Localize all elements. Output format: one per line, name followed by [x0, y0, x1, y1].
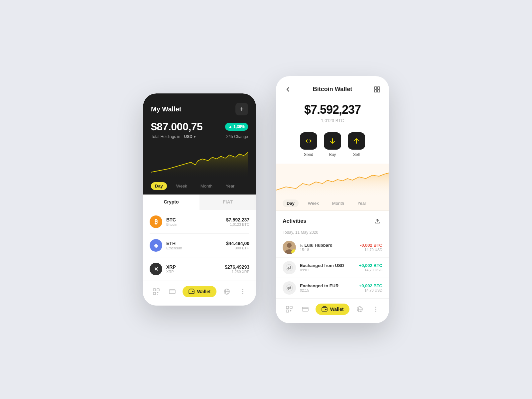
btc-usd: $7.592,237 [226, 217, 249, 222]
exchange-icon-2 [283, 281, 296, 295]
svg-rect-26 [290, 306, 292, 309]
send-button[interactable] [300, 132, 317, 150]
left-header: My Wallet + [151, 103, 248, 115]
left-wallet-label: Wallet [197, 289, 211, 294]
more-icon[interactable] [237, 286, 249, 298]
chart-tab-week[interactable]: Week [172, 182, 191, 190]
btc-row[interactable]: ₿ BTC Bitcoin $7.592,237 1,0123 BTC [150, 210, 249, 234]
back-button[interactable] [283, 84, 293, 95]
right-more-icon[interactable] [370, 303, 382, 315]
xrp-icon: ✕ [150, 263, 162, 275]
right-tab-day[interactable]: Day [283, 200, 299, 207]
activity-row-3[interactable]: Exchanged to EUR 02:15 +0,002 BTC 14,70 … [276, 278, 389, 298]
right-header: Bitcoin Wallet [276, 76, 389, 100]
svg-rect-1 [157, 289, 159, 291]
svg-rect-5 [157, 294, 158, 295]
scan-icon[interactable] [150, 286, 162, 298]
btc-main-amount: $7.592,237 [283, 103, 382, 117]
xrp-usd: $276,49293 [225, 264, 249, 270]
btc-info: BTC Bitcoin [166, 217, 222, 226]
right-wallet-label: Wallet [330, 307, 344, 312]
right-tab-week[interactable]: Week [304, 200, 323, 207]
chart-tab-month[interactable]: Month [197, 182, 216, 190]
xrp-amount: 1.230 XRP [225, 270, 249, 274]
buy-label: Buy [329, 152, 336, 157]
activity-name-1: to Lulu Hubbard [300, 243, 356, 248]
svg-point-24 [286, 285, 293, 291]
svg-rect-4 [159, 292, 159, 293]
activities-header: Activities [276, 211, 389, 229]
asset-tabs: Crypto FIAT [143, 195, 256, 210]
right-cards-icon[interactable] [299, 303, 311, 315]
right-wallet-tab[interactable]: Wallet [316, 304, 350, 315]
activity-usd-3: 14,70 USD [359, 288, 382, 292]
activity-time-2: 09:01 [300, 268, 355, 272]
buy-button[interactable] [324, 132, 341, 150]
svg-rect-27 [286, 310, 289, 312]
svg-rect-25 [286, 306, 289, 309]
chart-tab-day[interactable]: Day [151, 182, 167, 190]
activity-info-1: to Lulu Hubbard 15:18 [300, 243, 356, 252]
eth-name: Ethereum [166, 246, 222, 250]
globe-icon[interactable] [221, 286, 233, 298]
balance-row: $87.000,75 ▲ 1,39% [151, 121, 248, 133]
activity-value-1: -0,002 BTC 14,70 USD [360, 243, 382, 252]
svg-rect-19 [377, 90, 380, 92]
activity-value-3: +0,002 BTC 14,70 USD [359, 283, 382, 292]
svg-rect-6 [169, 290, 175, 294]
eth-info: ETH Ethereum [166, 241, 222, 250]
activity-time-1: 15:18 [300, 248, 356, 252]
svg-rect-30 [290, 312, 291, 312]
left-wallet-tab[interactable]: Wallet [183, 286, 217, 297]
holdings-label: Total Holdings in USD ▾ [151, 134, 196, 139]
crypto-tab[interactable]: Crypto [143, 195, 200, 210]
svg-rect-16 [374, 87, 377, 89]
xrp-value: $276,49293 1.230 XRP [225, 264, 249, 274]
svg-rect-28 [290, 310, 291, 311]
activity-value-2: +0,002 BTC 14,70 USD [359, 263, 382, 272]
btc-icon: ₿ [150, 215, 162, 228]
svg-rect-3 [157, 292, 158, 293]
left-chart-tabs: Day Week Month Year [151, 179, 248, 195]
activity-btc-1: -0,002 BTC [360, 243, 382, 248]
right-tab-month[interactable]: Month [328, 200, 348, 207]
svg-rect-2 [153, 292, 156, 295]
buy-group: Buy [324, 132, 341, 157]
btc-amount: 1,0123 BTC [226, 222, 249, 226]
btc-symbol: BTC [166, 217, 222, 222]
xrp-name: XRP [166, 270, 221, 274]
eth-row[interactable]: ◈ ETH Ethereum $44.484,00 300 ETH [150, 234, 249, 257]
activity-usd-1: 14,70 USD [360, 248, 382, 252]
add-button[interactable]: + [235, 103, 248, 115]
left-phone: My Wallet + $87.000,75 ▲ 1,39% Total Hol… [143, 93, 256, 306]
svg-point-40 [375, 311, 376, 312]
grid-button[interactable] [372, 84, 382, 95]
left-top-section: My Wallet + $87.000,75 ▲ 1,39% Total Hol… [143, 93, 256, 195]
activity-avatar-1: → [283, 241, 296, 254]
export-button[interactable] [372, 216, 382, 226]
fiat-tab[interactable]: FIAT [200, 195, 256, 210]
chart-tab-year[interactable]: Year [222, 182, 238, 190]
eth-value: $44.484,00 300 ETH [226, 241, 249, 250]
activity-time-3: 02:15 [300, 288, 355, 292]
right-globe-icon[interactable] [354, 303, 366, 315]
btc-value: $7.592,237 1,0123 BTC [226, 217, 249, 226]
right-scan-icon[interactable] [283, 303, 295, 315]
svg-point-23 [286, 264, 293, 271]
cards-icon[interactable] [166, 286, 178, 298]
eth-icon: ◈ [150, 239, 162, 252]
svg-point-15 [242, 293, 243, 294]
activity-row-1[interactable]: → to Lulu Hubbard 15:18 -0,002 BTC 14,70… [276, 237, 389, 258]
action-buttons: Send Buy Sell [276, 132, 389, 157]
right-tab-year[interactable]: Year [353, 200, 370, 207]
exchange-icon-1 [283, 261, 296, 274]
left-chart-svg [151, 142, 248, 179]
sell-button[interactable] [348, 132, 365, 150]
xrp-row[interactable]: ✕ XRP XRP $276,49293 1.230 XRP [150, 257, 249, 281]
date-label: Today, 11 May 2020 [276, 229, 389, 237]
btc-name: Bitcoin [166, 222, 222, 226]
activity-row-2[interactable]: Exchanged from USD 09:01 +0,002 BTC 14,7… [276, 258, 389, 278]
activity-btc-3: +0,002 BTC [359, 283, 382, 288]
eth-symbol: ETH [166, 241, 222, 246]
svg-point-21 [287, 243, 292, 248]
